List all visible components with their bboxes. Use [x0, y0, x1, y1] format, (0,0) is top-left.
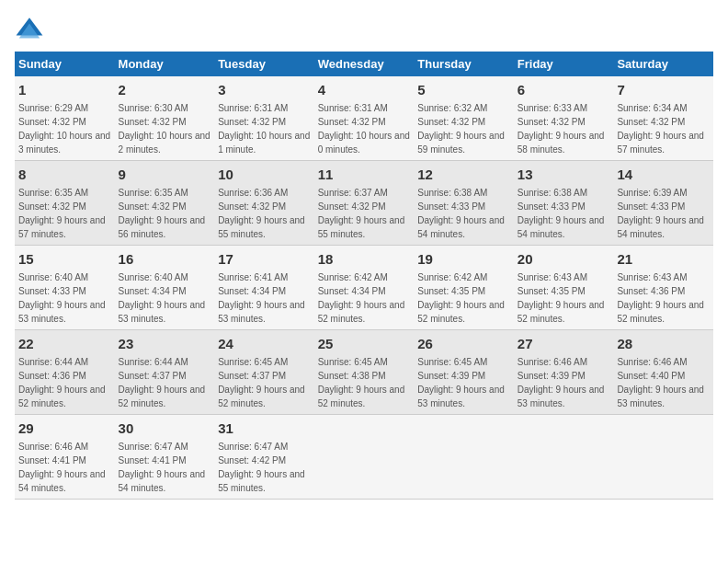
daylight-text: Daylight: 9 hours and 57 minutes.	[617, 131, 704, 155]
calendar-cell: 29 Sunrise: 6:46 AM Sunset: 4:41 PM Dayl…	[15, 415, 115, 500]
header-day: Monday	[115, 52, 215, 76]
day-number: 16	[119, 249, 211, 269]
sunrise-text: Sunrise: 6:40 AM	[119, 272, 188, 282]
sunset-text: Sunset: 4:39 PM	[417, 371, 485, 381]
sunset-text: Sunset: 4:37 PM	[119, 371, 187, 381]
sunrise-text: Sunrise: 6:45 AM	[417, 357, 487, 367]
sunset-text: Sunset: 4:35 PM	[518, 286, 586, 296]
calendar-cell: 6 Sunrise: 6:33 AM Sunset: 4:32 PM Dayli…	[514, 76, 614, 161]
calendar-cell: 11 Sunrise: 6:37 AM Sunset: 4:32 PM Dayl…	[314, 161, 415, 246]
calendar-table: SundayMondayTuesdayWednesdayThursdayFrid…	[15, 52, 713, 500]
day-number: 11	[318, 165, 411, 184]
sunrise-text: Sunrise: 6:46 AM	[518, 357, 587, 367]
sunrise-text: Sunrise: 6:47 AM	[119, 442, 188, 452]
calendar-cell	[414, 415, 514, 500]
sunrise-text: Sunrise: 6:44 AM	[18, 357, 88, 367]
daylight-text: Daylight: 10 hours and 1 minute.	[218, 131, 310, 155]
calendar-cell: 9 Sunrise: 6:35 AM Sunset: 4:32 PM Dayli…	[115, 161, 215, 246]
calendar-cell: 22 Sunrise: 6:44 AM Sunset: 4:36 PM Dayl…	[15, 330, 115, 415]
sunset-text: Sunset: 4:32 PM	[417, 117, 485, 127]
calendar-cell: 20 Sunrise: 6:43 AM Sunset: 4:35 PM Dayl…	[514, 246, 614, 330]
daylight-text: Daylight: 9 hours and 53 minutes.	[518, 385, 605, 408]
sunrise-text: Sunrise: 6:35 AM	[18, 188, 88, 198]
header-row: SundayMondayTuesdayWednesdayThursdayFrid…	[15, 52, 713, 76]
page-header	[15, 15, 713, 44]
sunrise-text: Sunrise: 6:45 AM	[318, 357, 388, 367]
sunset-text: Sunset: 4:39 PM	[518, 371, 586, 381]
daylight-text: Daylight: 9 hours and 52 minutes.	[518, 300, 605, 324]
calendar-cell: 17 Sunrise: 6:41 AM Sunset: 4:34 PM Dayl…	[214, 246, 314, 330]
day-number: 2	[119, 80, 211, 99]
day-number: 8	[18, 165, 111, 184]
calendar-cell: 27 Sunrise: 6:46 AM Sunset: 4:39 PM Dayl…	[514, 330, 614, 415]
daylight-text: Daylight: 9 hours and 54 minutes.	[417, 215, 505, 239]
day-number: 27	[518, 334, 610, 353]
day-number: 28	[617, 334, 710, 353]
daylight-text: Daylight: 10 hours and 2 minutes.	[119, 131, 210, 155]
calendar-cell: 7 Sunrise: 6:34 AM Sunset: 4:32 PM Dayli…	[613, 76, 713, 161]
calendar-cell: 24 Sunrise: 6:45 AM Sunset: 4:37 PM Dayl…	[214, 330, 314, 415]
day-number: 3	[218, 80, 311, 99]
sunset-text: Sunset: 4:34 PM	[318, 286, 386, 296]
day-number: 25	[318, 334, 411, 353]
daylight-text: Daylight: 9 hours and 52 minutes.	[417, 300, 505, 324]
calendar-cell: 5 Sunrise: 6:32 AM Sunset: 4:32 PM Dayli…	[414, 76, 514, 161]
calendar-cell: 18 Sunrise: 6:42 AM Sunset: 4:34 PM Dayl…	[314, 246, 415, 330]
sunrise-text: Sunrise: 6:37 AM	[318, 188, 388, 198]
calendar-cell: 30 Sunrise: 6:47 AM Sunset: 4:41 PM Dayl…	[115, 415, 215, 500]
sunset-text: Sunset: 4:32 PM	[119, 117, 187, 127]
calendar-cell: 16 Sunrise: 6:40 AM Sunset: 4:34 PM Dayl…	[115, 246, 215, 330]
header-day: Saturday	[613, 52, 713, 76]
calendar-cell: 31 Sunrise: 6:47 AM Sunset: 4:42 PM Dayl…	[214, 415, 314, 500]
daylight-text: Daylight: 9 hours and 58 minutes.	[518, 131, 605, 155]
day-number: 4	[318, 80, 411, 99]
calendar-cell	[514, 415, 614, 500]
sunset-text: Sunset: 4:36 PM	[18, 371, 86, 381]
calendar-cell: 25 Sunrise: 6:45 AM Sunset: 4:38 PM Dayl…	[314, 330, 415, 415]
sunrise-text: Sunrise: 6:41 AM	[218, 272, 288, 282]
calendar-cell	[314, 415, 415, 500]
sunrise-text: Sunrise: 6:33 AM	[518, 103, 587, 113]
calendar-cell: 26 Sunrise: 6:45 AM Sunset: 4:39 PM Dayl…	[414, 330, 514, 415]
calendar-cell: 3 Sunrise: 6:31 AM Sunset: 4:32 PM Dayli…	[214, 76, 314, 161]
sunset-text: Sunset: 4:33 PM	[417, 201, 485, 212]
sunrise-text: Sunrise: 6:45 AM	[218, 357, 288, 367]
daylight-text: Daylight: 9 hours and 52 minutes.	[318, 300, 405, 324]
logo-icon	[15, 15, 44, 44]
sunrise-text: Sunrise: 6:39 AM	[617, 188, 687, 198]
daylight-text: Daylight: 9 hours and 52 minutes.	[119, 385, 206, 408]
sunset-text: Sunset: 4:32 PM	[518, 117, 586, 127]
sunrise-text: Sunrise: 6:36 AM	[218, 188, 288, 198]
header-day: Tuesday	[214, 52, 314, 76]
sunset-text: Sunset: 4:32 PM	[18, 201, 86, 212]
daylight-text: Daylight: 9 hours and 53 minutes.	[617, 385, 704, 408]
sunset-text: Sunset: 4:41 PM	[18, 455, 86, 465]
sunset-text: Sunset: 4:32 PM	[119, 201, 187, 212]
daylight-text: Daylight: 9 hours and 54 minutes.	[18, 469, 106, 493]
calendar-cell: 8 Sunrise: 6:35 AM Sunset: 4:32 PM Dayli…	[15, 161, 115, 246]
day-number: 12	[417, 165, 510, 184]
sunset-text: Sunset: 4:42 PM	[218, 455, 286, 465]
calendar-cell: 10 Sunrise: 6:36 AM Sunset: 4:32 PM Dayl…	[214, 161, 314, 246]
sunrise-text: Sunrise: 6:40 AM	[18, 272, 88, 282]
daylight-text: Daylight: 9 hours and 55 minutes.	[218, 469, 305, 493]
sunset-text: Sunset: 4:37 PM	[218, 371, 286, 381]
day-number: 30	[119, 419, 211, 438]
daylight-text: Daylight: 9 hours and 52 minutes.	[617, 300, 704, 324]
sunrise-text: Sunrise: 6:46 AM	[18, 442, 88, 452]
sunrise-text: Sunrise: 6:43 AM	[518, 272, 587, 282]
day-number: 1	[18, 80, 111, 99]
sunrise-text: Sunrise: 6:44 AM	[119, 357, 188, 367]
daylight-text: Daylight: 9 hours and 55 minutes.	[218, 215, 305, 239]
sunrise-text: Sunrise: 6:31 AM	[218, 103, 288, 113]
sunrise-text: Sunrise: 6:30 AM	[119, 103, 188, 113]
daylight-text: Daylight: 9 hours and 59 minutes.	[417, 131, 505, 155]
daylight-text: Daylight: 10 hours and 3 minutes.	[18, 131, 110, 155]
sunrise-text: Sunrise: 6:47 AM	[218, 442, 288, 452]
sunrise-text: Sunrise: 6:42 AM	[417, 272, 487, 282]
logo	[15, 15, 48, 44]
daylight-text: Daylight: 9 hours and 56 minutes.	[119, 215, 206, 239]
sunrise-text: Sunrise: 6:38 AM	[518, 188, 587, 198]
daylight-text: Daylight: 9 hours and 53 minutes.	[18, 300, 106, 324]
day-number: 9	[119, 165, 211, 184]
